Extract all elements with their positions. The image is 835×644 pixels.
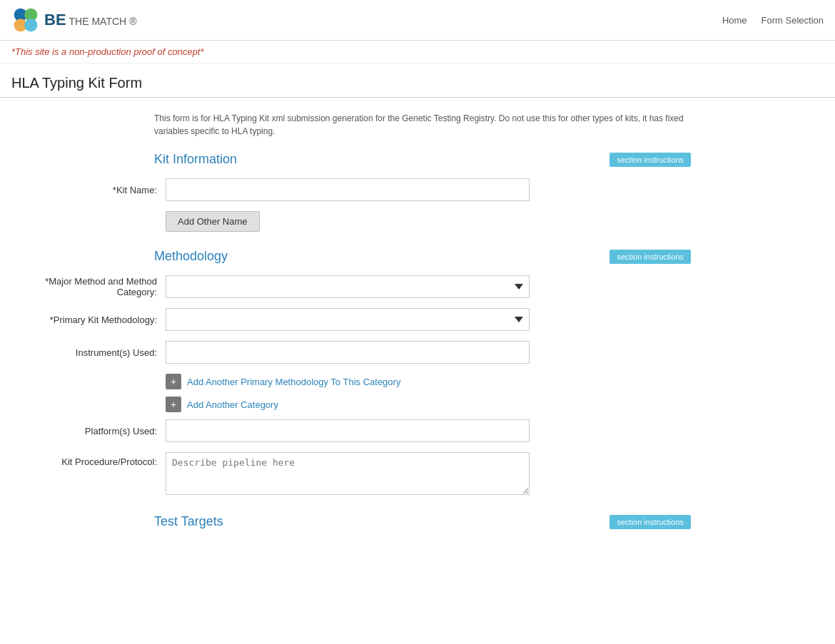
page-title: HLA Typing Kit Form — [11, 75, 824, 91]
logo-area: BE THE MATCH ® — [11, 6, 137, 34]
primary-methodology-select[interactable] — [166, 308, 530, 331]
nav-home[interactable]: Home — [722, 15, 747, 26]
major-method-label: *Major Method and Method Category: — [23, 276, 166, 297]
kit-information-header: Kit Information section instructions — [11, 152, 702, 167]
platforms-row: Platform(s) Used: — [11, 419, 702, 442]
nav-form-selection[interactable]: Form Selection — [761, 15, 824, 26]
kit-procedure-field — [166, 452, 530, 497]
kit-name-input[interactable] — [166, 178, 530, 201]
major-method-row: *Major Method and Method Category: — [11, 275, 702, 298]
primary-methodology-field — [166, 308, 530, 331]
platforms-label: Platform(s) Used: — [23, 426, 166, 436]
instruments-label: Instrument(s) Used: — [23, 347, 166, 358]
kit-procedure-textarea[interactable] — [166, 452, 530, 495]
instruments-row: Instrument(s) Used: — [11, 341, 702, 364]
form-description: This form is for HLA Typing Kit xml subm… — [154, 112, 689, 138]
methodology-instructions-button[interactable]: section instructions — [609, 250, 691, 264]
add-primary-methodology-plus-button[interactable]: + — [166, 374, 181, 389]
kit-name-field — [166, 178, 530, 201]
logo-text: BE THE MATCH ® — [44, 11, 137, 29]
svg-point-3 — [24, 19, 37, 31]
kit-name-row: *Kit Name: — [11, 178, 702, 201]
add-primary-methodology-row: + Add Another Primary Methodology To Thi… — [166, 374, 702, 389]
platforms-input[interactable] — [166, 419, 530, 442]
methodology-title: Methodology — [154, 249, 228, 264]
kit-information-title: Kit Information — [154, 152, 237, 167]
kit-procedure-row: Kit Procedure/Protocol: — [11, 452, 702, 497]
instruments-field — [166, 341, 530, 364]
add-category-label[interactable]: Add Another Category — [187, 399, 278, 410]
methodology-header: Methodology section instructions — [11, 249, 702, 264]
instruments-input[interactable] — [166, 341, 530, 364]
test-targets-header: Test Targets section instructions — [11, 514, 702, 529]
kit-name-label: *Kit Name: — [23, 185, 166, 195]
page-title-area: HLA Typing Kit Form — [0, 63, 835, 98]
platforms-field — [166, 419, 530, 442]
kit-information-section: Kit Information section instructions *Ki… — [11, 152, 702, 232]
major-method-select[interactable] — [166, 275, 530, 298]
kit-information-instructions-button[interactable]: section instructions — [609, 153, 691, 167]
logo-icon — [11, 6, 40, 34]
test-targets-section: Test Targets section instructions — [11, 514, 702, 529]
nav-links: Home Form Selection — [722, 15, 824, 26]
methodology-section: Methodology section instructions *Major … — [11, 249, 702, 497]
main-content: This form is for HLA Typing Kit xml subm… — [0, 98, 714, 561]
add-category-row: + Add Another Category — [166, 397, 702, 412]
nonprod-banner: *This site is a non-production proof of … — [0, 41, 835, 63]
test-targets-title: Test Targets — [154, 514, 223, 529]
test-targets-instructions-button[interactable]: section instructions — [609, 515, 691, 529]
header: BE THE MATCH ® Home Form Selection — [0, 0, 835, 41]
add-other-name-button[interactable]: Add Other Name — [166, 211, 260, 232]
add-primary-methodology-label[interactable]: Add Another Primary Methodology To This … — [187, 377, 400, 387]
add-category-plus-button[interactable]: + — [166, 397, 181, 412]
nonprod-message: *This site is a non-production proof of … — [11, 46, 204, 57]
primary-methodology-label: *Primary Kit Methodology: — [23, 315, 166, 325]
primary-methodology-row: *Primary Kit Methodology: — [11, 308, 702, 331]
major-method-field — [166, 275, 530, 298]
kit-procedure-label: Kit Procedure/Protocol: — [23, 452, 166, 467]
